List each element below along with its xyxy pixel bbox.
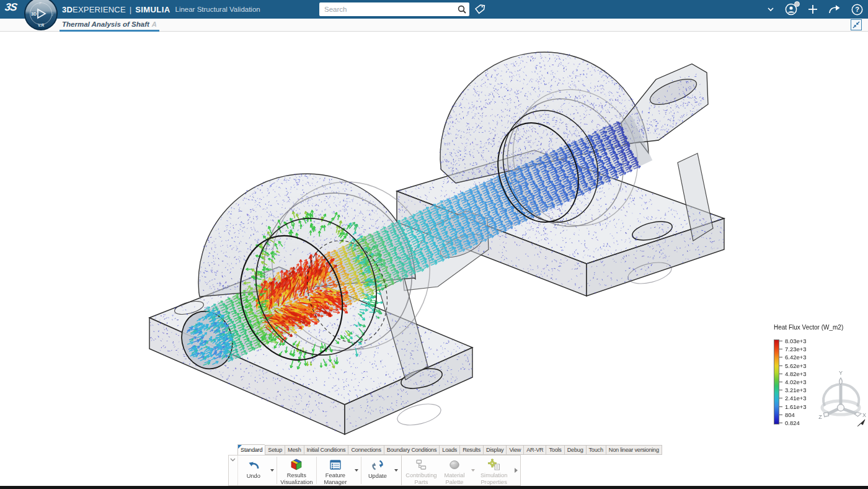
model-viewport[interactable]: Heat Flux Vector (W_m2) 8.03e+37.23e+36.… xyxy=(0,32,868,486)
legend-title: Heat Flux Vector (W_m2) xyxy=(774,324,864,331)
contributing-parts-button: ContributingParts xyxy=(403,455,440,485)
document-suffix: A xyxy=(152,20,157,28)
feature-manager-icon xyxy=(329,458,342,471)
simulation-properties-icon xyxy=(487,458,501,471)
ribbon-tab[interactable]: Touch xyxy=(586,445,606,455)
ribbon-tab[interactable]: Initial Conditions xyxy=(304,445,348,455)
dassault-3ds-logo: 3S xyxy=(4,1,18,14)
bottom-edge-strip xyxy=(0,486,868,489)
update-dropdown-arrow[interactable] xyxy=(393,455,400,485)
top-bar: 3S 3D EXPERIENCE | SIMULIA Linear Struct… xyxy=(0,0,868,19)
legend-tick: 7.23e+3 xyxy=(779,346,807,352)
update-button[interactable]: Update xyxy=(362,455,393,485)
brand-experience: EXPERIENCE xyxy=(73,5,126,14)
search-icon[interactable] xyxy=(454,2,469,16)
svg-text:j: j xyxy=(51,12,53,17)
ribbon-collapse-chevron-icon[interactable] xyxy=(229,455,238,485)
application-window: 3S 3D EXPERIENCE | SIMULIA Linear Struct… xyxy=(0,0,868,489)
top-right-icons: ? xyxy=(767,0,863,19)
avatar-badge xyxy=(794,1,800,7)
ribbon-tab-strip: StandardSetupMeshInitial ConditionsConne… xyxy=(237,444,647,455)
ribbon-tab[interactable]: Boundary Conditions xyxy=(384,445,440,455)
legend-tick: 4.02e+3 xyxy=(779,379,807,385)
mouse-cursor xyxy=(857,417,867,429)
update-label: Update xyxy=(368,473,387,480)
ribbon-tab[interactable]: Setup xyxy=(265,445,285,455)
results-visualization-button[interactable]: ResultsVisualization xyxy=(278,455,316,485)
search-box[interactable] xyxy=(319,2,469,16)
ribbon-tab[interactable]: Tools xyxy=(546,445,564,455)
compass-vr-label: V.R xyxy=(38,23,45,27)
document-tab-bar: Thermal Analysis of Shaft A + xyxy=(0,19,868,32)
new-tab-button[interactable]: + xyxy=(138,20,146,29)
legend-tick: 8.03e+3 xyxy=(779,338,807,344)
ribbon-tab[interactable]: Connections xyxy=(348,445,383,455)
ribbon-tab[interactable]: Results xyxy=(459,445,483,455)
results-visualization-icon xyxy=(290,458,303,471)
share-icon[interactable] xyxy=(828,4,841,14)
legend-tick: 1.61e+3 xyxy=(779,404,807,410)
ribbon-panel: Undo ResultsVisualization xyxy=(228,455,521,486)
legend-colorbar xyxy=(774,339,779,424)
add-icon[interactable] xyxy=(808,4,818,14)
results-visualization-label: ResultsVisualization xyxy=(280,472,312,485)
collapse-window-button[interactable] xyxy=(851,19,862,30)
material-palette-icon xyxy=(448,458,461,471)
brand-3d: 3D xyxy=(62,5,73,14)
action-ribbon: StandardSetupMeshInitial ConditionsConne… xyxy=(228,444,647,486)
app-title: 3D EXPERIENCE | SIMULIA Linear Structura… xyxy=(62,0,260,19)
undo-dropdown-arrow[interactable] xyxy=(269,455,276,485)
ribbon-tab[interactable]: Mesh xyxy=(285,445,303,455)
search-input[interactable] xyxy=(319,6,454,13)
ribbon-tab[interactable]: View xyxy=(506,445,523,455)
app-subtitle: Linear Structural Validation xyxy=(175,6,260,13)
legend-tick: 5.62e+3 xyxy=(779,363,807,369)
update-icon xyxy=(371,458,384,472)
material-palette-button: MaterialPalette xyxy=(440,455,469,485)
simulation-properties-label: SimulationProperties xyxy=(480,472,507,485)
undo-label: Undo xyxy=(247,473,260,480)
3d-compass[interactable]: 3D V.R y j xyxy=(24,0,58,32)
ribbon-tab[interactable]: Display xyxy=(483,445,506,455)
feature-manager-dropdown-arrow[interactable] xyxy=(353,455,360,485)
undo-button[interactable]: Undo xyxy=(238,455,269,485)
compass-3d-label: 3D xyxy=(31,12,37,16)
legend-tick: 3.21e+3 xyxy=(779,387,807,393)
brand-simulia: SIMULIA xyxy=(135,5,170,14)
ribbon-tab[interactable]: AR-VR xyxy=(523,445,546,455)
legend-tick-labels: 8.03e+37.23e+36.42e+35.62e+34.82e+34.02e… xyxy=(779,338,807,426)
material-palette-dropdown-arrow xyxy=(469,455,476,485)
simulation-properties-button: SimulationProperties xyxy=(476,455,512,485)
user-avatar-icon[interactable] xyxy=(785,3,797,16)
triad-z-label: Z xyxy=(818,414,822,420)
undo-icon xyxy=(246,458,261,472)
feature-manager-label: FeatureManager xyxy=(324,472,347,485)
triad-y-label: Y xyxy=(839,370,843,376)
legend-tick: 6.42e+3 xyxy=(779,354,807,360)
contributing-parts-icon xyxy=(414,458,428,471)
help-icon[interactable]: ? xyxy=(851,4,863,16)
ribbon-expander-arrow[interactable] xyxy=(512,455,520,485)
material-palette-label: MaterialPalette xyxy=(444,472,464,485)
ribbon-tab[interactable]: Debug xyxy=(564,445,586,455)
chevron-down-icon[interactable] xyxy=(767,7,774,12)
legend-tick: 804 xyxy=(779,412,807,418)
model-canvas[interactable] xyxy=(0,32,868,486)
ribbon-tab[interactable]: Loads xyxy=(439,445,459,455)
legend-tick: 4.82e+3 xyxy=(779,371,807,377)
contributing-parts-label: ContributingParts xyxy=(405,472,436,485)
legend-tick: 2.41e+3 xyxy=(779,395,807,401)
document-title: Thermal Analysis of Shaft xyxy=(62,20,149,28)
ribbon-tab[interactable]: Non linear versioning xyxy=(606,445,662,455)
legend-tick: 0.824 xyxy=(779,420,807,426)
feature-manager-button[interactable]: FeatureManager xyxy=(317,455,353,485)
ribbon-tab[interactable]: Standard xyxy=(237,444,265,455)
tag-icon[interactable] xyxy=(472,2,487,16)
svg-text:?: ? xyxy=(855,6,859,13)
brand-separator: | xyxy=(130,5,131,14)
